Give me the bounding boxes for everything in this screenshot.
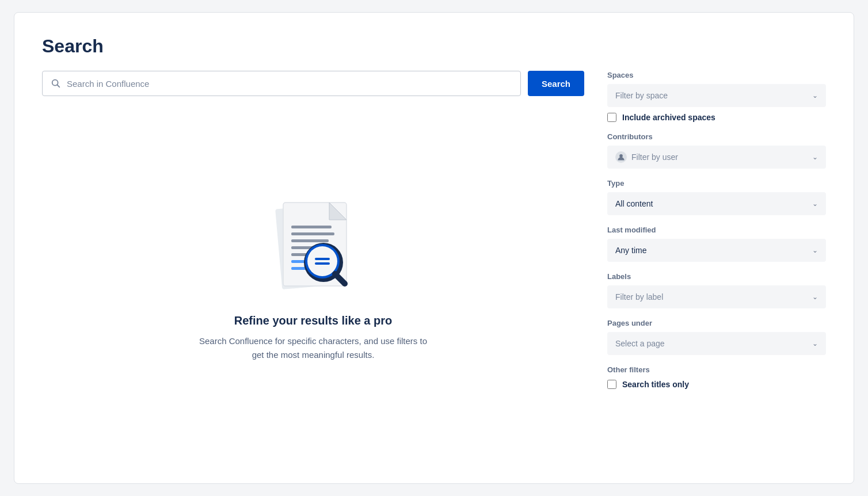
include-archived-checkbox[interactable]	[607, 113, 616, 122]
labels-chevron-icon: ⌄	[812, 293, 818, 301]
spaces-dropdown-text: Filter by space	[615, 91, 668, 100]
search-titles-label: Search titles only	[622, 380, 689, 389]
labels-dropdown[interactable]: Filter by label ⌄	[607, 285, 826, 308]
pages-under-label: Pages under	[607, 319, 826, 327]
spaces-label: Spaces	[607, 71, 826, 79]
spaces-dropdown[interactable]: Filter by space ⌄	[607, 84, 826, 107]
pages-under-chevron-icon: ⌄	[812, 339, 818, 348]
svg-rect-8	[291, 239, 329, 242]
right-panel: Spaces Filter by space ⌄ Include archive…	[607, 71, 826, 460]
contributors-dropdown[interactable]: Filter by user ⌄	[607, 146, 826, 169]
empty-illustration	[261, 194, 365, 298]
search-icon	[51, 78, 61, 89]
labels-label: Labels	[607, 272, 826, 281]
svg-point-19	[619, 154, 623, 158]
pages-under-dropdown[interactable]: Select a page ⌄	[607, 332, 826, 355]
pages-under-dropdown-text: Select a page	[615, 339, 665, 348]
contributors-filter-section: Contributors Filter by user ⌄	[607, 132, 826, 169]
last-modified-label: Last modified	[607, 226, 826, 234]
spaces-filter-section: Spaces Filter by space ⌄ Include archive…	[607, 71, 826, 122]
search-input-wrapper[interactable]	[42, 71, 521, 96]
include-archived-label: Include archived spaces	[622, 113, 715, 122]
page-title: Search	[42, 36, 826, 57]
type-label: Type	[607, 179, 826, 188]
contributors-label: Contributors	[607, 132, 826, 141]
search-titles-checkbox[interactable]	[607, 380, 616, 389]
other-filters-section: Other filters Search titles only	[607, 365, 826, 389]
search-input[interactable]	[67, 79, 512, 89]
include-archived-row[interactable]: Include archived spaces	[607, 113, 826, 122]
empty-state: Refine your results like a pro Search Co…	[42, 119, 584, 460]
page-container: Search Search	[14, 12, 854, 484]
type-chevron-icon: ⌄	[812, 200, 818, 208]
empty-state-subtitle: Search Confluence for specific character…	[198, 334, 428, 362]
last-modified-dropdown-text: Any time	[615, 246, 646, 255]
search-titles-row[interactable]: Search titles only	[607, 380, 826, 389]
pages-under-filter-section: Pages under Select a page ⌄	[607, 319, 826, 355]
svg-point-15	[307, 246, 337, 276]
other-filters-label: Other filters	[607, 365, 826, 374]
svg-rect-7	[291, 232, 334, 235]
svg-rect-17	[315, 262, 330, 265]
last-modified-filter-section: Last modified Any time ⌄	[607, 226, 826, 262]
type-dropdown[interactable]: All content ⌄	[607, 192, 826, 215]
last-modified-dropdown[interactable]: Any time ⌄	[607, 239, 826, 262]
type-filter-section: Type All content ⌄	[607, 179, 826, 215]
user-icon	[615, 151, 627, 163]
labels-filter-section: Labels Filter by label ⌄	[607, 272, 826, 308]
spaces-chevron-icon: ⌄	[812, 91, 818, 100]
contributors-dropdown-text: Filter by user	[615, 151, 678, 163]
svg-rect-6	[291, 226, 332, 228]
empty-state-title: Refine your results like a pro	[234, 314, 393, 327]
search-bar: Search	[42, 71, 584, 96]
type-dropdown-text: All content	[615, 199, 653, 208]
search-button[interactable]: Search	[528, 71, 584, 96]
svg-line-1	[57, 85, 59, 87]
main-layout: Search	[42, 71, 826, 460]
labels-dropdown-text: Filter by label	[615, 292, 663, 302]
left-panel: Search	[42, 71, 584, 460]
last-modified-chevron-icon: ⌄	[812, 246, 818, 254]
svg-rect-16	[315, 258, 330, 260]
contributors-chevron-icon: ⌄	[812, 153, 818, 161]
